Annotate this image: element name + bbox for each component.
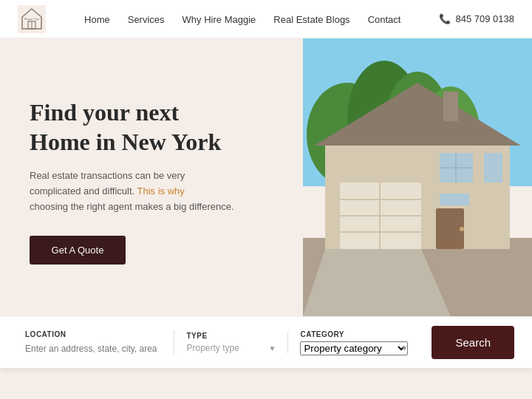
location-label: LOCATION	[25, 330, 159, 338]
category-select[interactable]: Property category For Sale For Rent	[300, 341, 408, 355]
location-input[interactable]	[25, 344, 159, 354]
nav-links: Home Services Why Hire Maggie Real Estat…	[84, 13, 400, 26]
search-button[interactable]: Search	[432, 326, 514, 359]
svg-text:Maggie Page: Maggie Page	[24, 17, 40, 21]
hero-description: Real estate transactions can be very com…	[30, 168, 236, 214]
nav-contact[interactable]: Contact	[368, 14, 401, 25]
hero-image	[303, 38, 532, 316]
get-quote-button[interactable]: Get A Quote	[30, 236, 126, 265]
category-label: CATEGORY	[300, 330, 408, 338]
nav-why-maggie[interactable]: Why Hire Maggie	[183, 14, 256, 25]
svg-rect-13	[443, 92, 458, 121]
phone-area: 📞 845 709 0138	[439, 13, 514, 24]
type-select[interactable]: Property type Residential Commercial Lan…	[186, 343, 276, 353]
type-label: TYPE	[186, 332, 276, 340]
hero-title: Find your next Home in New York	[30, 98, 273, 157]
location-field: LOCATION	[18, 330, 174, 355]
phone-number: 845 709 0138	[455, 13, 514, 24]
hero-content: Find your next Home in New York Real est…	[0, 38, 303, 316]
svg-point-24	[460, 227, 464, 231]
nav-blogs[interactable]: Real Estate Blogs	[273, 14, 349, 25]
phone-icon: 📞	[439, 13, 451, 24]
logo: Maggie Page	[18, 5, 46, 33]
nav-services[interactable]: Services	[128, 14, 165, 25]
svg-rect-22	[484, 153, 502, 183]
type-select-wrapper: Property type Residential Commercial Lan…	[186, 343, 276, 353]
hero-section: Find your next Home in New York Real est…	[0, 38, 532, 316]
category-field: CATEGORY Property category For Sale For …	[288, 330, 420, 355]
logo-icon: Maggie Page	[18, 5, 46, 33]
nav-home[interactable]: Home	[84, 14, 110, 25]
type-field: TYPE Property type Residential Commercia…	[174, 332, 288, 353]
category-select-wrapper: Property category For Sale For Rent ▼	[300, 341, 408, 355]
navbar: Maggie Page Home Services Why Hire Maggi…	[0, 0, 532, 38]
house-illustration	[303, 38, 532, 316]
search-bar: LOCATION TYPE Property type Residential …	[0, 316, 532, 368]
svg-rect-25	[440, 194, 469, 205]
